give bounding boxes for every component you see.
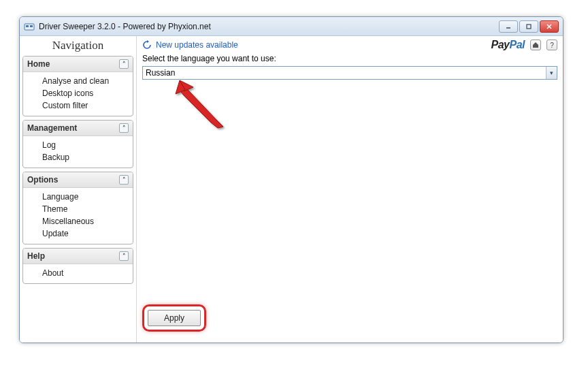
svg-rect-2 bbox=[30, 25, 33, 27]
chevron-down-icon[interactable]: ▾ bbox=[546, 67, 557, 79]
titlebar[interactable]: Driver Sweeper 3.2.0 - Powered by Phyxio… bbox=[20, 17, 563, 36]
svg-rect-4 bbox=[527, 25, 531, 29]
language-label: Select the language you want to use: bbox=[142, 54, 557, 63]
nav-header-label: Help bbox=[27, 251, 45, 261]
nav-header-label: Options bbox=[27, 175, 58, 185]
minimize-button[interactable] bbox=[499, 20, 518, 33]
refresh-icon bbox=[142, 40, 152, 50]
sidebar-item-analyse-and-clean[interactable]: Analyse and clean bbox=[23, 75, 133, 87]
nav-header-label: Management bbox=[27, 123, 77, 133]
updates-link-label: New updates available bbox=[156, 40, 238, 50]
chevron-up-icon[interactable]: ˄ bbox=[119, 175, 129, 185]
help-icon[interactable]: ? bbox=[546, 39, 557, 50]
main-pane: New updates available PayPal ? Select th… bbox=[137, 36, 563, 343]
topbar-logos: PayPal ? bbox=[491, 39, 557, 51]
sidebar-item-custom-filter[interactable]: Custom filter bbox=[23, 99, 133, 112]
sidebar-item-update[interactable]: Update bbox=[23, 227, 133, 240]
maximize-button[interactable] bbox=[519, 20, 538, 33]
nav-header-help[interactable]: Help ˄ bbox=[23, 249, 133, 264]
app-icon bbox=[24, 21, 35, 32]
sidebar-item-backup[interactable]: Backup bbox=[23, 151, 133, 163]
window-controls bbox=[499, 20, 559, 33]
content-area: Select the language you want to use: Rus… bbox=[137, 54, 563, 343]
sidebar-item-desktop-icons[interactable]: Desktop icons bbox=[23, 87, 133, 99]
sidebar-item-theme[interactable]: Theme bbox=[23, 203, 133, 215]
sidebar-item-language[interactable]: Language bbox=[23, 191, 133, 203]
nav-group-help: Help ˄ About bbox=[22, 248, 133, 284]
updates-link[interactable]: New updates available bbox=[142, 40, 238, 50]
nav-group-options: Options ˄ Language Theme Miscellaneous U… bbox=[22, 172, 133, 244]
topbar: New updates available PayPal ? bbox=[137, 36, 563, 54]
nav-group-management: Management ˄ Log Backup bbox=[22, 120, 133, 168]
annotation-highlight: Apply bbox=[142, 304, 206, 332]
window-body: Navigation Home ˄ Analyse and clean Desk… bbox=[20, 36, 563, 343]
window-title: Driver Sweeper 3.2.0 - Powered by Phyxio… bbox=[39, 22, 499, 31]
close-button[interactable] bbox=[540, 20, 559, 33]
nav-header-home[interactable]: Home ˄ bbox=[23, 57, 133, 72]
home-icon[interactable] bbox=[530, 39, 541, 50]
apply-area: Apply bbox=[142, 299, 557, 337]
nav-header-management[interactable]: Management ˄ bbox=[23, 121, 133, 136]
chevron-up-icon[interactable]: ˄ bbox=[119, 59, 129, 69]
language-select[interactable]: Russian ▾ bbox=[142, 66, 557, 80]
apply-button[interactable]: Apply bbox=[148, 310, 201, 326]
sidebar-item-about[interactable]: About bbox=[23, 267, 133, 279]
language-selected-value: Russian bbox=[143, 67, 546, 79]
sidebar-item-log[interactable]: Log bbox=[23, 139, 133, 151]
paypal-logo[interactable]: PayPal bbox=[491, 39, 525, 51]
sidebar: Navigation Home ˄ Analyse and clean Desk… bbox=[20, 36, 137, 343]
chevron-up-icon[interactable]: ˄ bbox=[119, 251, 129, 261]
svg-rect-1 bbox=[26, 25, 29, 27]
apply-button-label: Apply bbox=[164, 313, 184, 323]
svg-marker-7 bbox=[147, 40, 149, 43]
chevron-up-icon[interactable]: ˄ bbox=[119, 123, 129, 133]
nav-group-home: Home ˄ Analyse and clean Desktop icons C… bbox=[22, 56, 133, 116]
app-window: Driver Sweeper 3.2.0 - Powered by Phyxio… bbox=[19, 16, 564, 343]
nav-header-options[interactable]: Options ˄ bbox=[23, 172, 133, 188]
sidebar-item-miscellaneous[interactable]: Miscellaneous bbox=[23, 215, 133, 227]
sidebar-title: Navigation bbox=[21, 36, 135, 55]
nav-header-label: Home bbox=[27, 59, 50, 69]
